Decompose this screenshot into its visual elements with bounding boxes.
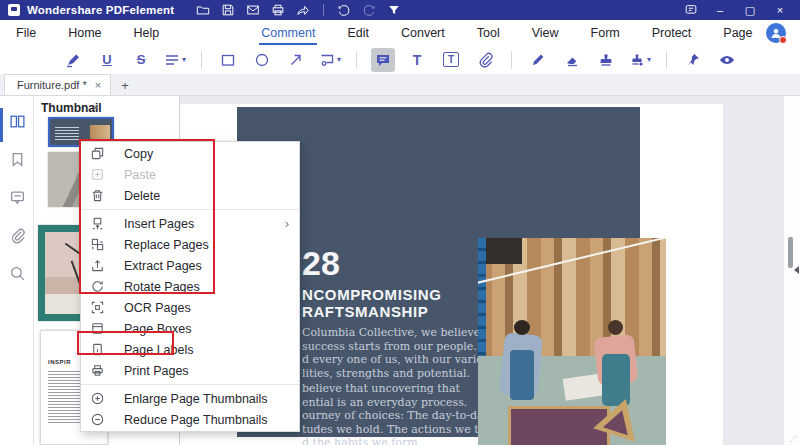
typewriter-tool-icon[interactable]: T: [405, 48, 429, 72]
copy-icon: [89, 146, 105, 162]
new-tab-button[interactable]: +: [121, 78, 129, 95]
toolbar-separator: [356, 51, 357, 69]
menu-item-copy[interactable]: Copy: [81, 143, 299, 164]
page-paragraph-2: believe that uncovering that ential is a…: [302, 382, 498, 445]
menu-item-label: Rotate Pages: [124, 280, 200, 294]
menu-separator: [81, 209, 299, 210]
photo-person: [608, 320, 623, 335]
rectangle-tool-icon[interactable]: [216, 48, 240, 72]
open-folder-icon[interactable]: [196, 3, 210, 17]
text-box-tool-icon[interactable]: T: [439, 48, 463, 72]
menu-item-page-boxes[interactable]: Page Boxes: [81, 318, 299, 339]
tab-close-icon[interactable]: ×: [95, 79, 101, 91]
photo-person: [510, 350, 534, 400]
thumbnail-text-lines: [55, 127, 79, 141]
tab-label: Furniture.pdf *: [17, 79, 87, 91]
menu-edit[interactable]: Edit: [345, 22, 371, 44]
body-line: believe that uncovering that: [302, 382, 498, 396]
menu-tool[interactable]: Tool: [475, 22, 502, 44]
dropdown-caret-icon[interactable]: ▾: [182, 55, 186, 64]
menu-item-insert-pages[interactable]: Insert Pages ›: [81, 213, 299, 234]
underline-tool-icon[interactable]: U: [95, 48, 119, 72]
search-panel-icon[interactable]: [8, 264, 26, 282]
bookmark-panel-icon[interactable]: [8, 150, 26, 168]
menu-item-ocr-pages[interactable]: OCR Pages: [81, 297, 299, 318]
email-icon[interactable]: [246, 3, 260, 17]
thumbnail-context-menu: Copy Paste Delete Insert Pages › Replace…: [80, 141, 300, 432]
menu-help[interactable]: Help: [132, 22, 162, 44]
pdfelement-window: Wondershare PDFelement – ▢ × File Home H…: [0, 0, 800, 445]
titlebar-separator: [323, 4, 324, 16]
toolbar-separator: [666, 51, 667, 69]
attachment-tool-icon[interactable]: [473, 48, 497, 72]
stamp-tool-icon[interactable]: [594, 48, 618, 72]
comment-bubble-icon[interactable]: [371, 48, 395, 72]
print-icon[interactable]: [271, 3, 285, 17]
workspace: Thumbnail × INSPIR 28: [0, 96, 800, 445]
menu-item-page-labels[interactable]: Page Labels: [81, 339, 299, 360]
photo-person: [514, 320, 530, 335]
menu-page[interactable]: Page: [721, 22, 754, 44]
panel-collapse-arrow-icon[interactable]: [794, 266, 799, 274]
signature-stamp-tool-icon[interactable]: ▾: [628, 48, 652, 72]
app-logo-icon: [8, 4, 20, 16]
print-pages-icon: [89, 363, 105, 379]
pencil-tool-icon[interactable]: [526, 48, 550, 72]
comment-panel-icon[interactable]: [8, 188, 26, 206]
menu-item-paste: Paste: [81, 164, 299, 185]
arrow-tool-icon[interactable]: [284, 48, 308, 72]
menu-separator: [81, 384, 299, 385]
customize-toolbar-icon[interactable]: [387, 3, 401, 17]
menu-item-enlarge-thumbnails[interactable]: Enlarge Page Thumbnails: [81, 388, 299, 409]
save-icon[interactable]: [221, 3, 235, 17]
tab-furniture-pdf[interactable]: Furniture.pdf * ×: [4, 74, 111, 95]
strikethrough-tool-icon[interactable]: S: [129, 48, 153, 72]
menu-view[interactable]: View: [530, 22, 561, 44]
menu-file[interactable]: File: [14, 22, 38, 44]
scrollbar-track[interactable]: ⋰: [783, 96, 800, 445]
show-annotations-eye-icon[interactable]: [715, 48, 739, 72]
menu-item-label: Page Boxes: [124, 322, 191, 336]
menu-item-print-pages[interactable]: Print Pages: [81, 360, 299, 381]
eraser-tool-icon[interactable]: [560, 48, 584, 72]
callout-tool-icon[interactable]: ▾: [318, 48, 342, 72]
share-icon[interactable]: [296, 3, 310, 17]
menu-item-replace-pages[interactable]: Replace Pages: [81, 234, 299, 255]
scrollbar-thumb[interactable]: [788, 237, 793, 268]
ocr-pages-icon: [89, 300, 105, 316]
dropdown-caret-icon[interactable]: ▾: [647, 55, 651, 64]
heading-line: NCOMPROMISING: [302, 286, 441, 303]
menu-home[interactable]: Home: [66, 22, 103, 44]
menu-comment[interactable]: Comment: [259, 22, 317, 44]
close-button[interactable]: ×: [772, 4, 788, 16]
line-styles-icon[interactable]: ▾: [163, 48, 187, 72]
menu-item-reduce-thumbnails[interactable]: Reduce Page Thumbnails: [81, 409, 299, 430]
menu-item-extract-pages[interactable]: Extract Pages: [81, 255, 299, 276]
minimize-button[interactable]: –: [712, 4, 728, 16]
undo-icon[interactable]: [337, 3, 351, 17]
trash-icon: [89, 188, 105, 204]
zoom-out-icon: [89, 412, 105, 428]
dropdown-caret-icon[interactable]: ▾: [337, 55, 341, 64]
thumbnail-panel-icon[interactable]: [8, 112, 26, 130]
thumbnail-panel-close-icon[interactable]: ×: [92, 101, 99, 115]
page-boxes-icon: [89, 321, 105, 337]
menu-protect[interactable]: Protect: [650, 22, 694, 44]
attachment-panel-icon[interactable]: [8, 226, 26, 244]
highlighter-icon[interactable]: [61, 48, 85, 72]
menu-item-rotate-pages[interactable]: Rotate Pages: [81, 276, 299, 297]
menu-convert[interactable]: Convert: [399, 22, 447, 44]
redo-icon[interactable]: [362, 3, 376, 17]
feedback-icon[interactable]: [684, 3, 698, 17]
ellipse-tool-icon[interactable]: [250, 48, 274, 72]
pin-tool-icon[interactable]: [681, 48, 705, 72]
menu-item-label: Insert Pages: [124, 217, 194, 231]
menu-form[interactable]: Form: [589, 22, 622, 44]
maximize-button[interactable]: ▢: [742, 4, 758, 17]
submenu-arrow-icon: ›: [285, 216, 289, 231]
body-line: ential is an everyday process.: [302, 396, 498, 410]
extract-pages-icon: [89, 258, 105, 274]
menu-item-delete[interactable]: Delete: [81, 185, 299, 206]
account-avatar[interactable]: [766, 23, 786, 43]
workshop-photo: [478, 238, 666, 445]
